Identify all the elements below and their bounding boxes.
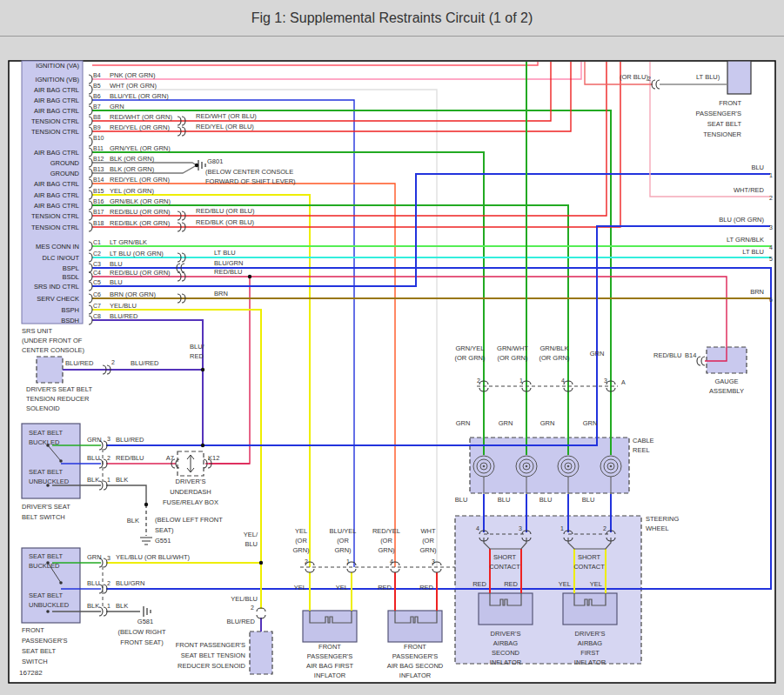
diagram-label: TENSION REDUCER xyxy=(26,395,90,403)
diagram-label: BLK xyxy=(127,517,139,525)
diagram-label: SECOND xyxy=(492,649,520,657)
junction-dot xyxy=(201,368,204,371)
diagram-label: RED/YEL xyxy=(372,527,400,535)
srs-pin-id: B4 xyxy=(93,72,101,78)
diagram-label: CABLE xyxy=(633,437,654,444)
diagram-label: DRIVER'S xyxy=(575,630,606,638)
diagram-label: LT GRN/BLK xyxy=(727,236,764,244)
diagram-label: GRN xyxy=(540,419,555,427)
diagram-label: BLU xyxy=(455,496,468,504)
diagram-label: GRN xyxy=(583,419,598,427)
diagram-label: SEAT BELT xyxy=(707,120,742,128)
wire-color-label: WHT (OR GRN) xyxy=(110,82,157,90)
diagram-label: BLU/RED xyxy=(226,618,255,625)
diagram-label: PASSENGER'S xyxy=(307,652,353,660)
diagram-label: LT BLU xyxy=(742,248,764,256)
diagram-label: G551 xyxy=(155,537,171,545)
diagram-label: 1 xyxy=(769,172,773,178)
srs-pin-id: B8 xyxy=(93,114,101,120)
diagram-label: UNBUCKLED xyxy=(29,601,70,609)
diagram-label: RED/BLK (OR BLU) xyxy=(196,218,255,226)
diagram-label: (OR xyxy=(337,537,349,545)
diagram-label: 1 xyxy=(519,378,523,384)
diagram-label: GRN xyxy=(87,553,102,561)
diagram-label: BLU xyxy=(582,496,595,504)
fp-airbag-second-inflator-box xyxy=(388,611,442,642)
wire-color-label: LT GRN/BLK xyxy=(110,238,147,246)
diagram-label: RED/BLU xyxy=(116,454,144,462)
cable-reel-coil xyxy=(567,465,570,468)
wiring-diagram: RED/WHT (OR BLU)RED/YEL (OR BLU)RED/BLU … xyxy=(0,0,784,695)
wire-color-label: RED/BLU (OR GRN) xyxy=(110,208,171,216)
srs-pin-id: B15 xyxy=(93,188,104,194)
diagram-label: BRN xyxy=(214,290,228,297)
wire-color-label: RED/YEL (OR GRN) xyxy=(110,176,170,184)
srs-unit-label: CENTER CONSOLE) xyxy=(22,346,85,354)
diagram-label: SHORT xyxy=(493,553,517,561)
diagram-label: LT BLU xyxy=(214,249,236,257)
wire-color-label: BRN (OR GRN) xyxy=(110,291,156,298)
diagram-label: FIRST xyxy=(580,649,600,657)
diagram-label: AIR BAG SECOND xyxy=(387,662,444,670)
diagram-label: SEAT BELT xyxy=(29,591,64,599)
diagram-label: WHT/RED xyxy=(734,186,765,194)
diagram-label: 1 xyxy=(107,603,111,609)
diagram-label: DRIVER'S SEAT xyxy=(22,503,70,511)
diagram-label: YEL/ xyxy=(244,531,258,538)
srs-pin-function: BSPL xyxy=(63,264,79,272)
diagram-label: AIR BAG FIRST xyxy=(306,662,354,670)
diagram-label: WHEEL xyxy=(646,525,669,532)
srs-pin-id: C8 xyxy=(93,313,101,319)
diagram-label: BLU xyxy=(87,454,100,462)
diagram-label: INFLATOR xyxy=(399,672,432,679)
diagram-label: GRN) xyxy=(292,546,310,554)
diagram-label: GRN xyxy=(499,419,513,427)
wire-color-label: RED/WHT (OR GRN) xyxy=(110,113,172,121)
diagram-label: SEAT BELT xyxy=(29,468,64,476)
diagram-label: BRN xyxy=(750,288,764,296)
diagram-label: 3 xyxy=(519,525,522,531)
srs-pin-id: B17 xyxy=(93,209,104,215)
wire-color-label: PNK (OR GRN) xyxy=(110,71,156,79)
diagram-label: INFLATOR xyxy=(574,658,606,666)
diagram-label: ASSEMBLY xyxy=(709,387,744,395)
diagram-label: 2 xyxy=(647,76,651,82)
switch-contact-dot xyxy=(59,459,63,463)
diagram-label: 4 xyxy=(769,244,773,251)
diagram-label: BLU/YEL xyxy=(330,527,357,535)
diagram-label: 1 xyxy=(346,558,350,565)
diagram-label: RED xyxy=(472,580,486,588)
srs-unit-label: (UNDER FRONT OF xyxy=(22,337,83,344)
srs-pin-function: AIR BAG CTRL xyxy=(34,86,79,94)
diagram-label: 2 xyxy=(107,580,111,586)
diagram-label: REDUCER SOLENOID xyxy=(178,662,246,670)
diagram-label: 3 xyxy=(107,555,111,561)
diagram-label: RED/BLU xyxy=(214,268,243,276)
diagram-label: SEAT) xyxy=(155,526,174,534)
diagram-label: GRN/BLK xyxy=(540,344,569,352)
srs-pin-id: B18 xyxy=(93,220,104,226)
srs-pin-id: C7 xyxy=(93,303,101,309)
diagram-label: CONTACT xyxy=(573,563,605,571)
srs-pin-id: B7 xyxy=(93,104,101,110)
driver-airbag-second-inflator-box xyxy=(479,593,533,625)
switch-contact-dot xyxy=(46,610,50,613)
srs-pin-function: MES CONN IN xyxy=(36,243,79,251)
wire-color-label: GRN/BLK (OR GRN) xyxy=(110,197,171,205)
diagram-label: BLU xyxy=(498,496,511,504)
diagram-label: FRONT xyxy=(404,643,426,651)
diagram-label: AIRBAG xyxy=(493,639,519,647)
srs-pin-id: B9 xyxy=(93,124,101,130)
diagram-label: (OR GRN) xyxy=(539,354,570,362)
diagram-label: RED/WHT (OR BLU) xyxy=(196,112,257,120)
diagram-label: GRN/WHT xyxy=(497,344,528,352)
diagram-label: RED xyxy=(378,584,392,591)
diagram-label: YEL xyxy=(559,580,571,588)
diagram-label: 4 xyxy=(476,525,479,531)
srs-pin-id: B14 xyxy=(93,177,104,183)
diagram-label: INFLATOR xyxy=(490,658,522,666)
diagram-label: GRN xyxy=(456,419,471,427)
wire-color-label: GRN xyxy=(110,103,124,110)
diagram-label: (OR xyxy=(295,537,307,545)
diagram-label: BUCKLED xyxy=(29,438,60,446)
